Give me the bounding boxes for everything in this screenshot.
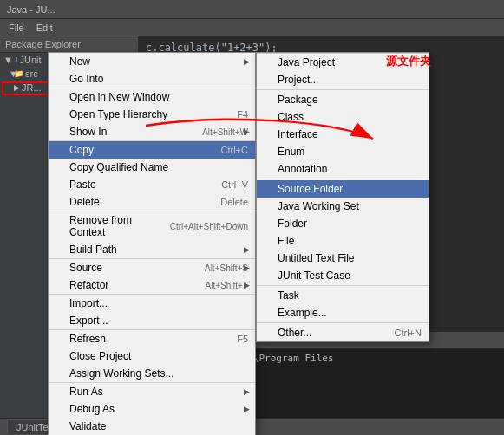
menu-section-5: Source Alt+Shift+S Refactor Alt+Shift+T	[49, 259, 255, 295]
menu-section-6: Import... Export...	[49, 295, 255, 330]
menu-section-4: Remove from Context Ctrl+Alt+Shift+Down …	[49, 211, 255, 259]
sidebar-header: Package Explorer	[0, 36, 138, 53]
indent: ▼	[3, 55, 14, 65]
submenu-sep-3	[257, 285, 429, 286]
cm-run-as[interactable]: Run As	[49, 383, 255, 400]
sm-annotation[interactable]: Annotation	[257, 160, 429, 178]
indent	[3, 82, 14, 93]
submenu-new: Java Project Project... Package Class In…	[256, 52, 429, 342]
cm-new[interactable]: New	[49, 53, 255, 70]
menu-section-2: Open in New Window Open Type Hierarchy F…	[49, 88, 255, 141]
jr-label: JR...	[22, 82, 42, 93]
sm-java-project[interactable]: Java Project	[257, 54, 429, 71]
junit-label: JUnit	[20, 55, 42, 65]
cm-refactor[interactable]: Refactor Alt+Shift+T	[49, 276, 255, 294]
menu-section-8: Run As Debug As Validate Team Compare Wi…	[49, 383, 255, 435]
menu-bar: File Edit	[0, 19, 504, 36]
menu-section-7: Refresh F5 Close Project Assign Working …	[49, 330, 255, 383]
sm-package[interactable]: Package	[257, 91, 429, 108]
app-title: Java - JU...	[7, 4, 56, 15]
cm-go-into[interactable]: Go Into	[49, 70, 255, 88]
cm-export[interactable]: Export...	[49, 312, 255, 329]
sm-folder[interactable]: Folder	[257, 215, 429, 232]
sm-task[interactable]: Task	[257, 287, 429, 304]
cm-build-path[interactable]: Build Path	[49, 241, 255, 258]
cm-import[interactable]: Import...	[49, 295, 255, 312]
indent: ▼	[3, 68, 14, 79]
submenu-sep-1	[257, 89, 429, 90]
sm-other[interactable]: Other... Ctrl+N	[257, 324, 429, 341]
sm-example[interactable]: Example...	[257, 304, 429, 321]
junit-icon: J	[14, 55, 18, 64]
file-menu[interactable]: File	[3, 21, 29, 35]
sm-junit-test-case[interactable]: JUnit Test Case	[257, 267, 429, 284]
menu-section-1: New Go Into	[49, 53, 255, 88]
sm-java-working-set[interactable]: Java Working Set	[257, 198, 429, 215]
sm-untitled-text-file[interactable]: Untitled Text File	[257, 250, 429, 267]
src-label: src	[25, 68, 38, 79]
edit-menu[interactable]: Edit	[31, 21, 58, 35]
cm-copy[interactable]: Copy Ctrl+C	[49, 141, 255, 159]
cm-delete[interactable]: Delete Delete	[49, 193, 255, 211]
cm-validate[interactable]: Validate	[49, 418, 255, 435]
cm-debug-as[interactable]: Debug As	[49, 400, 255, 418]
sm-enum[interactable]: Enum	[257, 143, 429, 160]
sm-project[interactable]: Project...	[257, 71, 429, 88]
cm-show-in[interactable]: Show In Alt+Shift+W	[49, 123, 255, 140]
submenu-sep-2	[257, 179, 429, 179]
cm-copy-qualified[interactable]: Copy Qualified Name	[49, 159, 255, 176]
cm-open-type-hierarchy[interactable]: Open Type Hierarchy F4	[49, 106, 255, 123]
cm-refresh[interactable]: Refresh F5	[49, 330, 255, 347]
submenu-sep-4	[257, 322, 429, 323]
cm-assign-working-sets[interactable]: Assign Working Sets...	[49, 365, 255, 382]
sm-file[interactable]: File	[257, 232, 429, 250]
cm-close-project[interactable]: Close Project	[49, 347, 255, 365]
cm-remove-context[interactable]: Remove from Context Ctrl+Alt+Shift+Down	[49, 211, 255, 241]
title-bar: Java - JU...	[0, 0, 504, 19]
sm-interface[interactable]: Interface	[257, 126, 429, 143]
jr-icon: ▶	[14, 83, 20, 92]
cm-source[interactable]: Source Alt+Shift+S	[49, 259, 255, 276]
cm-paste[interactable]: Paste Ctrl+V	[49, 176, 255, 193]
menu-section-3: Copy Ctrl+C Copy Qualified Name Paste Ct…	[49, 141, 255, 211]
src-icon: 📁	[14, 69, 23, 78]
sm-source-folder[interactable]: Source Folder	[257, 180, 429, 198]
context-menu: New Go Into Open in New Window Open Type…	[48, 52, 256, 435]
sm-class[interactable]: Class	[257, 108, 429, 126]
cm-open-new-window[interactable]: Open in New Window	[49, 88, 255, 106]
